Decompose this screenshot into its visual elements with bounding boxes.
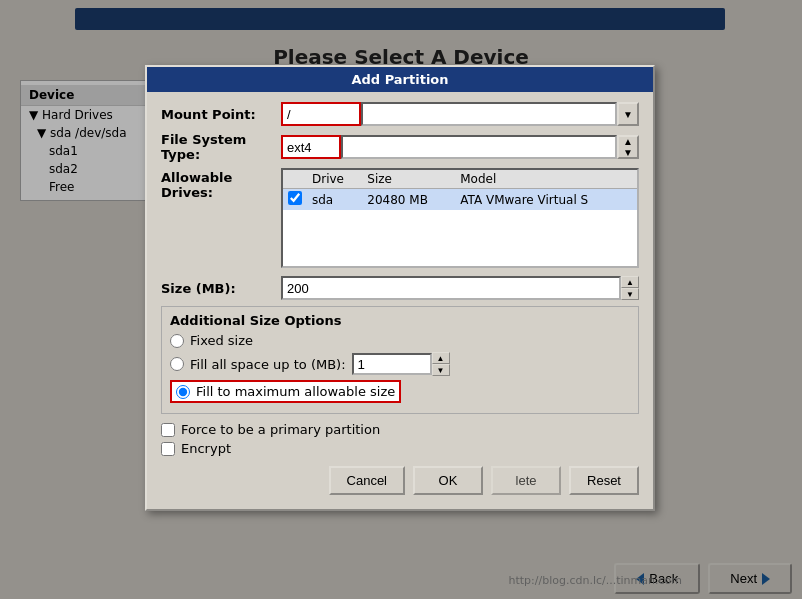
file-system-extra-input[interactable]: [341, 135, 617, 159]
fill-up-spinner: ▲ ▼: [432, 352, 450, 376]
drive-checkbox-cell[interactable]: [283, 189, 307, 211]
fill-up-radio[interactable]: [170, 357, 184, 371]
fill-up-label: Fill all space up to (MB):: [190, 357, 346, 372]
size-input[interactable]: [281, 276, 621, 300]
table-row[interactable]: sda 20480 MB ATA VMware Virtual S: [283, 189, 637, 211]
file-system-row: File System Type: ▲▼: [161, 132, 639, 162]
mount-point-extra-input[interactable]: [361, 102, 617, 126]
allowable-drives-label: Allowable Drives:: [161, 168, 281, 200]
size-decrement-btn[interactable]: ▼: [621, 288, 639, 300]
fill-up-decrement-btn[interactable]: ▼: [432, 364, 450, 376]
encrypt-row: Encrypt: [161, 441, 639, 456]
force-primary-checkbox[interactable]: [161, 423, 175, 437]
drive-name-cell: sda: [307, 189, 362, 211]
file-system-input[interactable]: [281, 135, 341, 159]
encrypt-checkbox[interactable]: [161, 442, 175, 456]
drives-col-model: Model: [455, 170, 637, 189]
file-system-label: File System Type:: [161, 132, 281, 162]
fill-max-selected-outline: Fill to maximum allowable size: [170, 380, 401, 403]
drives-col-size: Size: [362, 170, 455, 189]
drives-table-wrapper: Drive Size Model sda 20480 MB ATA V: [281, 168, 639, 268]
file-system-dropdown-btn[interactable]: ▲▼: [617, 135, 639, 159]
drive-size-cell: 20480 MB: [362, 189, 455, 211]
size-label: Size (MB):: [161, 281, 281, 296]
drives-col-drive: Drive: [307, 170, 362, 189]
options-title: Additional Size Options: [170, 313, 630, 328]
additional-size-options: Additional Size Options Fixed size Fill …: [161, 306, 639, 414]
size-spinner: ▲ ▼: [621, 276, 639, 300]
drive-checkbox[interactable]: [288, 191, 302, 205]
fixed-size-radio[interactable]: [170, 334, 184, 348]
force-primary-label: Force to be a primary partition: [181, 422, 380, 437]
mount-point-input[interactable]: [281, 102, 361, 126]
cancel-button[interactable]: Cancel: [329, 466, 405, 495]
reset-button[interactable]: Reset: [569, 466, 639, 495]
fill-max-label: Fill to maximum allowable size: [196, 384, 395, 399]
fill-up-row: Fill all space up to (MB): ▲ ▼: [170, 352, 630, 376]
add-partition-dialog: Add Partition Mount Point: ▼ File System…: [145, 65, 655, 511]
drive-model-cell: ATA VMware Virtual S: [455, 189, 637, 211]
size-increment-btn[interactable]: ▲: [621, 276, 639, 288]
drives-table: Drive Size Model sda 20480 MB ATA V: [283, 170, 637, 210]
fixed-size-label: Fixed size: [190, 333, 253, 348]
size-input-group: ▲ ▼: [281, 276, 639, 300]
drives-table-header: Drive Size Model: [283, 170, 637, 189]
mount-point-input-group: ▼: [281, 102, 639, 126]
fill-up-increment-btn[interactable]: ▲: [432, 352, 450, 364]
fill-max-radio[interactable]: [176, 385, 190, 399]
allowable-drives-section: Allowable Drives: Drive Size Model: [161, 168, 639, 268]
ok-button[interactable]: OK: [413, 466, 483, 495]
mount-point-row: Mount Point: ▼: [161, 102, 639, 126]
modal-buttons: Cancel OK lete Reset: [161, 466, 639, 495]
drives-col-check: [283, 170, 307, 189]
mount-point-label: Mount Point:: [161, 107, 281, 122]
modal-titlebar: Add Partition: [147, 67, 653, 92]
size-row: Size (MB): ▲ ▼: [161, 276, 639, 300]
fill-up-input[interactable]: [352, 353, 432, 375]
force-primary-row: Force to be a primary partition: [161, 422, 639, 437]
file-system-input-group: ▲▼: [281, 135, 639, 159]
mount-point-dropdown-btn[interactable]: ▼: [617, 102, 639, 126]
fixed-size-row: Fixed size: [170, 333, 630, 348]
delete-button[interactable]: lete: [491, 466, 561, 495]
encrypt-label: Encrypt: [181, 441, 231, 456]
fill-max-row: Fill to maximum allowable size: [170, 380, 630, 403]
modal-body: Mount Point: ▼ File System Type: ▲▼ Allo…: [147, 92, 653, 509]
